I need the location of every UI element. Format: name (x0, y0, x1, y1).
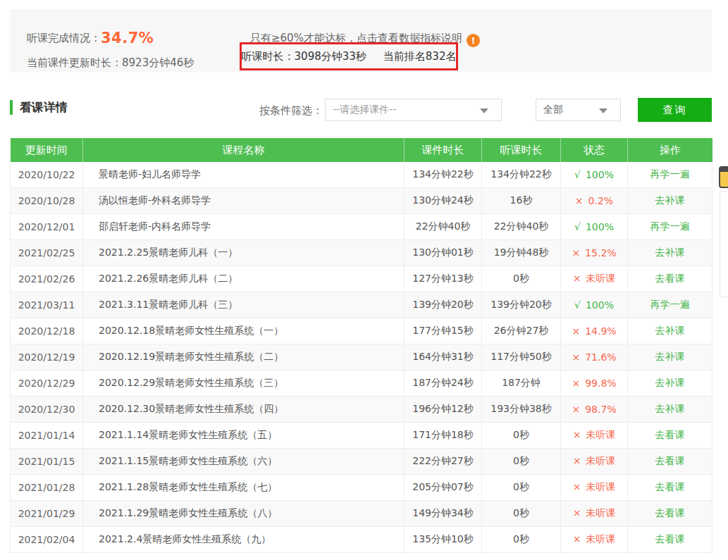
status-text: 15.2% (585, 247, 616, 259)
cell-course-name: 2021.2.26景晴老师儿科（二） (83, 266, 405, 292)
cell-status: ×99.8% (561, 371, 628, 397)
update-duration-label: 当前课件更新时长： (27, 56, 122, 69)
col-header-2: 课件时长 (405, 138, 482, 162)
completion-value: 34.7% (101, 30, 154, 46)
cell-course-name: 2021.1.14景晴老师女性生殖系统（五） (83, 423, 405, 449)
cell-status: √100% (561, 292, 628, 318)
table-row: 2020/12/302020.12.30景晴老师女性生殖系统（四）196分钟12… (11, 397, 712, 423)
cell-update-time: 2021/02/04 (11, 527, 83, 553)
status-mark-icon: × (572, 378, 580, 389)
col-header-4: 状态 (561, 138, 628, 162)
pencil-icon[interactable] (719, 166, 728, 188)
status-mark-icon: × (573, 455, 581, 466)
cell-action: 去补课 (628, 188, 712, 214)
completion-line: 听课完成情况：34.7% (27, 30, 154, 46)
action-link[interactable]: 去补课 (655, 325, 685, 336)
cell-action: 去看课 (628, 423, 712, 449)
status-mark-icon: × (573, 533, 581, 545)
cell-listen-duration: 0秒 (482, 266, 561, 292)
summary-panel: 听课完成情况：34.7% 只有≥60%才能达标，点击查看数据指标说明! 当前课件… (10, 9, 712, 73)
cell-action: 去看课 (628, 501, 712, 527)
action-link[interactable]: 再学一遍 (650, 299, 690, 310)
status-mark-icon: × (572, 404, 580, 415)
cell-update-time: 2020/12/01 (11, 214, 83, 240)
cell-course-name: 2020.12.19景晴老师女性生殖系统（二） (83, 344, 405, 371)
cell-status: ×98.7% (561, 397, 628, 423)
page: 听课完成情况：34.7% 只有≥60%才能达标，点击查看数据指标说明! 当前课件… (0, 0, 728, 560)
cell-action: 去看课 (628, 527, 712, 553)
table-row: 2021/01/152021.1.15景晴老师女性生殖系统（六）222分钟27秒… (11, 449, 712, 475)
action-link[interactable]: 去补课 (655, 351, 685, 362)
clipped-floating-panel[interactable] (720, 191, 728, 297)
cell-update-time: 2021/02/26 (11, 266, 83, 292)
courseware-select[interactable]: --请选择课件-- (325, 99, 502, 121)
cell-update-time: 2021/01/14 (11, 423, 83, 449)
cell-update-time: 2020/12/29 (11, 371, 83, 397)
status-text: 100% (586, 221, 614, 232)
chevron-down-icon (599, 108, 607, 113)
status-text: 71.6% (585, 351, 616, 363)
table-row: 2021/02/252021.2.25景晴老师儿科（一）130分钟01秒19分钟… (11, 240, 712, 266)
action-link[interactable]: 去看课 (655, 429, 685, 440)
cell-course-name: 2020.12.29景晴老师女性生殖系统（三） (83, 371, 405, 397)
cell-listen-duration: 0秒 (482, 501, 561, 527)
table-row: 2021/01/142021.1.14景晴老师女性生殖系统（五）171分钟18秒… (11, 423, 712, 449)
cell-action: 去看课 (628, 266, 712, 292)
cell-update-time: 2021/01/29 (11, 501, 83, 527)
cell-course-name: 2020.12.30景晴老师女性生殖系统（四） (83, 397, 405, 423)
action-link[interactable]: 再学一遍 (650, 220, 690, 232)
cell-action: 去补课 (628, 318, 712, 344)
cell-courseware-duration: 130分钟24秒 (405, 188, 482, 214)
status-mark-icon: × (573, 481, 581, 492)
action-link[interactable]: 去补课 (655, 377, 685, 388)
action-link[interactable]: 去补课 (655, 247, 685, 258)
cell-listen-duration: 117分钟50秒 (482, 344, 561, 371)
query-button[interactable]: 查询 (638, 98, 712, 122)
cell-update-time: 2021/03/11 (11, 292, 83, 318)
status-mark-icon: √ (574, 221, 581, 232)
warning-icon[interactable]: ! (467, 34, 480, 47)
section-title: 看课详情 (20, 100, 68, 115)
action-link[interactable]: 去看课 (655, 481, 685, 492)
section-title-bar (10, 100, 13, 115)
cell-courseware-duration: 196分钟12秒 (405, 397, 482, 423)
action-link[interactable]: 再学一遍 (650, 168, 690, 180)
cell-courseware-duration: 177分钟15秒 (405, 318, 482, 344)
cell-update-time: 2020/12/18 (11, 318, 83, 344)
cell-action: 去补课 (628, 371, 712, 397)
cell-status: √100% (561, 162, 628, 188)
status-text: 98.7% (585, 404, 616, 415)
cell-listen-duration: 0秒 (482, 423, 561, 449)
table-row: 2020/12/292020.12.29景晴老师女性生殖系统（三）187分钟24… (11, 371, 712, 397)
cell-listen-duration: 0秒 (482, 449, 561, 475)
col-header-5: 操作 (628, 138, 712, 162)
cell-action: 再学一遍 (628, 214, 712, 240)
table-row: 2021/01/282021.1.28景晴老师女性生殖系统（七）205分钟07秒… (11, 475, 712, 501)
cell-update-time: 2020/10/28 (11, 188, 83, 214)
cell-action: 去看课 (628, 475, 712, 501)
cell-listen-duration: 19分钟48秒 (482, 240, 561, 266)
cell-courseware-duration: 149分钟34秒 (405, 501, 482, 527)
status-select[interactable]: 全部 (536, 99, 621, 121)
cell-status: ×0.2% (561, 188, 628, 214)
action-link[interactable]: 去看课 (655, 273, 685, 284)
status-mark-icon: × (572, 325, 580, 337)
cell-action: 去看课 (628, 449, 712, 475)
status-mark-icon: × (575, 195, 584, 206)
cell-listen-duration: 16秒 (482, 188, 561, 214)
current-rank: 当前排名832名 (383, 50, 457, 63)
cell-update-time: 2021/01/15 (11, 449, 83, 475)
action-link[interactable]: 去补课 (655, 194, 685, 206)
action-link[interactable]: 去看课 (655, 533, 685, 545)
table-header-row: 更新时间课程名称课件时长听课时长状态操作 (11, 138, 712, 162)
action-link[interactable]: 去补课 (655, 403, 685, 414)
status-mark-icon: × (573, 273, 581, 284)
action-link[interactable]: 去看课 (655, 455, 685, 466)
cell-status: ×14.9% (561, 318, 628, 344)
cell-update-time: 2020/12/19 (11, 344, 83, 371)
status-text: 100% (586, 299, 614, 311)
status-mark-icon: √ (574, 169, 581, 180)
action-link[interactable]: 去看课 (655, 507, 685, 518)
table-row: 2021/03/112021.3.11景晴老师儿科（三）139分钟20秒139分… (11, 292, 712, 318)
status-select-value: 全部 (543, 104, 563, 116)
